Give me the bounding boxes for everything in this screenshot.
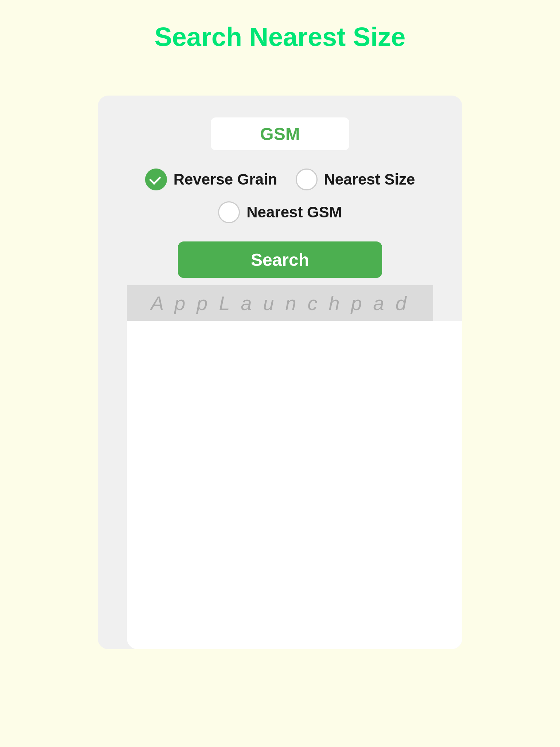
gsm-input-container <box>127 117 433 150</box>
page-title: Search Nearest Size <box>155 22 405 52</box>
app-card-inner: Reverse Grain Nearest Size Nearest GSM S… <box>98 96 462 649</box>
radio-row-2: Nearest GSM <box>218 201 342 223</box>
radio-group: Reverse Grain Nearest Size Nearest GSM <box>127 169 433 223</box>
radio-reverse-grain[interactable]: Reverse Grain <box>145 169 277 190</box>
results-area <box>127 321 462 649</box>
watermark-text: A p p L a u n c h p a d <box>151 292 409 314</box>
radio-label-nearest-gsm: Nearest GSM <box>246 204 342 221</box>
gsm-input[interactable] <box>211 117 349 150</box>
radio-circle-reverse-grain[interactable] <box>145 169 167 190</box>
watermark-bar: A p p L a u n c h p a d <box>127 285 433 321</box>
radio-nearest-size[interactable]: Nearest Size <box>296 169 415 190</box>
radio-circle-nearest-size[interactable] <box>296 169 318 190</box>
radio-nearest-gsm[interactable]: Nearest GSM <box>218 201 342 223</box>
app-card-wrapper: Reverse Grain Nearest Size Nearest GSM S… <box>61 96 499 649</box>
search-button[interactable]: Search <box>178 241 382 278</box>
radio-label-nearest-size: Nearest Size <box>324 171 415 188</box>
radio-label-reverse-grain: Reverse Grain <box>174 171 277 188</box>
radio-circle-nearest-gsm[interactable] <box>218 201 240 223</box>
app-card: Reverse Grain Nearest Size Nearest GSM S… <box>98 96 462 649</box>
radio-row-1: Reverse Grain Nearest Size <box>145 169 415 190</box>
